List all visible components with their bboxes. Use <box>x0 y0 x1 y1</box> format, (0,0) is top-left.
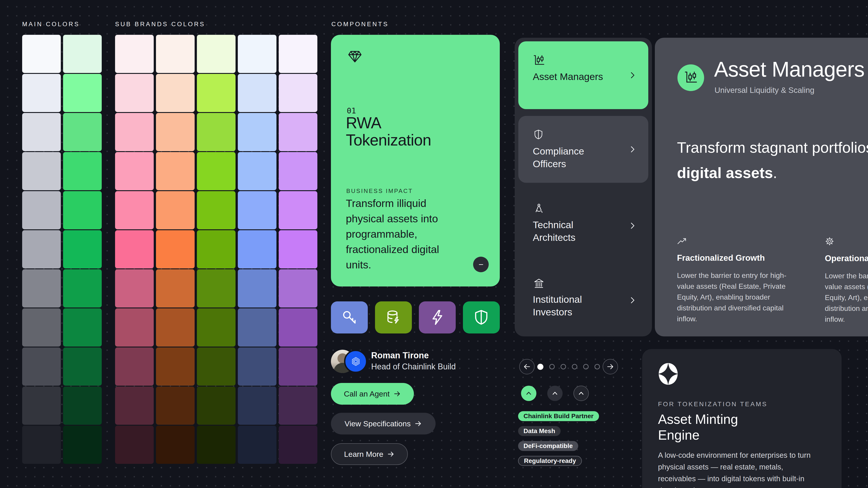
tag-defi-compatible[interactable]: DeFi-compatible <box>518 441 578 451</box>
color-swatch <box>238 269 276 307</box>
color-swatch <box>22 191 61 229</box>
color-swatch <box>197 348 236 386</box>
lightning-tile[interactable] <box>419 301 456 333</box>
person-role: Head of Chainlink Build <box>371 362 456 371</box>
color-swatch <box>279 348 317 386</box>
color-swatch <box>156 152 195 190</box>
key-tile[interactable] <box>331 301 368 333</box>
color-swatch <box>22 113 61 151</box>
carousel-dot[interactable] <box>549 364 555 369</box>
menu-item-label: Compliance Officers <box>533 145 608 170</box>
person-name: Roman Tirone <box>371 351 429 360</box>
panel-headline: Transform stagnant portfolios into digit… <box>677 135 868 186</box>
components-heading: COMPONENTS <box>331 21 389 28</box>
color-swatch <box>238 230 276 268</box>
color-swatch <box>22 308 61 347</box>
color-swatch <box>156 348 195 386</box>
color-swatch <box>156 74 195 112</box>
color-swatch <box>238 113 276 151</box>
color-swatch <box>238 152 276 190</box>
color-column-neutral <box>22 35 61 464</box>
shield-tile[interactable] <box>463 301 500 333</box>
tag-chainlink-build-partner[interactable]: Chainlink Build Partner <box>518 411 599 421</box>
color-swatch <box>115 191 154 229</box>
color-swatch <box>63 191 102 229</box>
feature-fractionalized-growth: Fractionalized Growth Lower the barrier … <box>677 236 804 325</box>
rwa-tokenization-card[interactable]: 01 RWA Tokenization BUSINESS IMPACT Tran… <box>331 35 500 287</box>
chevron-up-button-primary[interactable] <box>521 386 536 401</box>
diamond-icon <box>348 49 362 64</box>
color-swatch <box>22 74 61 112</box>
trending-up-icon <box>677 236 687 246</box>
brand-board: MAIN COLORS SUB BRANDS COLORS COMPONENTS… <box>0 0 868 488</box>
business-impact-text: Transform illiquid physical assets into … <box>346 196 454 272</box>
carousel-dot[interactable] <box>561 364 566 369</box>
color-swatch <box>197 152 236 190</box>
main-colors-heading: MAIN COLORS <box>22 21 80 28</box>
color-swatch <box>238 308 276 347</box>
menu-item-institutional-investors[interactable]: Institutional Investors <box>518 266 648 334</box>
feature-list: Fractionalized Growth Lower the barrier … <box>677 236 868 325</box>
color-swatch <box>115 269 154 307</box>
bank-icon <box>533 277 545 289</box>
menu-item-compliance-officers[interactable]: Compliance Officers <box>518 116 648 183</box>
lightning-icon <box>429 309 446 326</box>
color-swatch <box>279 269 317 307</box>
color-swatch <box>63 74 102 112</box>
carousel-next-button[interactable] <box>602 359 618 375</box>
menu-item-label: Asset Managers <box>533 70 608 83</box>
carousel-prev-button[interactable] <box>519 359 535 375</box>
color-swatch <box>197 230 236 268</box>
call-an-agent-button[interactable]: Call an Agent <box>331 383 414 404</box>
color-swatch <box>63 308 102 347</box>
carousel-dots <box>535 364 602 370</box>
color-swatch <box>22 35 61 73</box>
sub-brands-heading: SUB BRANDS COLORS <box>115 21 205 28</box>
database-tile[interactable] <box>375 301 412 333</box>
feature-operational-efficiency: Operational Efficiency Lower the barrier… <box>825 236 868 325</box>
gear-icon <box>825 236 834 246</box>
chevron-up-icon <box>551 390 559 397</box>
card-number: 01 <box>347 106 356 115</box>
feature-title: Operational Efficiency <box>825 254 868 263</box>
candlestick-chart-icon <box>677 64 704 91</box>
color-swatch <box>197 74 236 112</box>
color-swatch <box>63 348 102 386</box>
candlestick-chart-icon <box>533 55 545 67</box>
color-swatch <box>279 152 317 190</box>
chainlink-badge-icon <box>344 350 367 373</box>
arrow-right-icon <box>393 390 401 398</box>
carousel-dot[interactable] <box>583 364 589 369</box>
arrow-right-icon <box>387 450 395 458</box>
collapse-button[interactable] <box>473 257 489 272</box>
four-petal-star-icon <box>658 363 678 385</box>
tag-regulatory-ready[interactable]: Regulatory-ready <box>518 456 582 466</box>
chevron-right-icon <box>628 71 637 80</box>
tag-data-mesh[interactable]: Data Mesh <box>518 426 561 436</box>
asset-minting-engine-card[interactable]: FOR TOKENIZATION TEAMS Asset Minting Eng… <box>642 349 842 488</box>
color-swatch <box>63 152 102 190</box>
color-swatch <box>22 230 61 268</box>
color-swatch <box>156 230 195 268</box>
chevron-right-icon <box>628 296 637 305</box>
carousel-dot[interactable] <box>572 364 577 369</box>
menu-item-technical-architects[interactable]: Technical Architects <box>518 192 648 260</box>
color-swatch <box>197 191 236 229</box>
arrow-right-icon <box>414 420 422 427</box>
menu-item-asset-managers[interactable]: Asset Managers <box>518 41 648 109</box>
key-icon <box>341 309 358 326</box>
color-swatch <box>197 35 236 73</box>
carousel-dot[interactable] <box>537 364 544 370</box>
view-specifications-button[interactable]: View Specifications <box>331 413 436 434</box>
promo-title: Asset Minting Engine <box>658 412 826 443</box>
carousel-dot[interactable] <box>594 364 600 369</box>
learn-more-button[interactable]: Learn More <box>331 443 408 465</box>
chevron-right-icon <box>628 145 637 154</box>
color-column-orange <box>156 35 195 464</box>
sub-brands-colors-grid <box>115 35 317 464</box>
chevron-up-button-dark[interactable] <box>547 386 563 401</box>
card-title: RWA Tokenization <box>346 114 431 149</box>
business-impact-label: BUSINESS IMPACT <box>346 188 413 195</box>
chevron-up-button-outline[interactable] <box>574 386 589 401</box>
color-swatch <box>115 348 154 386</box>
